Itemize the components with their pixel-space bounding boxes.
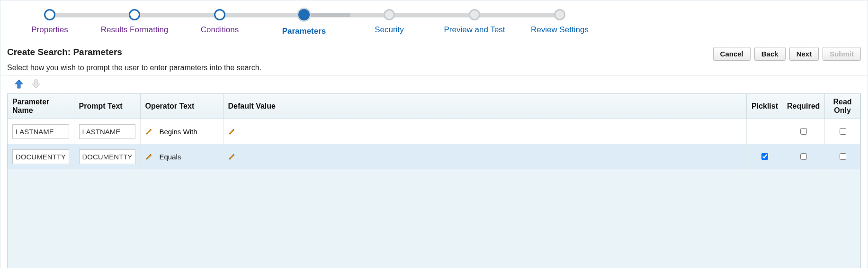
col-picklist[interactable]: Picklist — [747, 94, 782, 119]
table-header-row: Parameter Name Prompt Text Operator Text… — [8, 94, 860, 119]
required-checkbox[interactable] — [800, 128, 807, 135]
cancel-button[interactable]: Cancel — [713, 47, 751, 61]
step-bubble — [44, 9, 55, 20]
next-button[interactable]: Next — [789, 47, 819, 61]
stepper-bar — [394, 13, 474, 18]
stepper-bar — [54, 13, 133, 18]
step-label: Security — [347, 25, 432, 35]
page-title: Create Search: Parameters — [7, 47, 122, 57]
readonly-checkbox[interactable] — [840, 153, 846, 160]
back-button[interactable]: Back — [754, 47, 786, 61]
stepper-bar — [224, 13, 304, 18]
step-bubble — [469, 9, 480, 20]
pencil-icon[interactable] — [228, 128, 236, 135]
picklist-checkbox[interactable] — [761, 153, 768, 160]
wizard-stepper: Properties Results Formatting Conditions… — [0, 9, 868, 42]
stepper-bar — [480, 13, 559, 18]
step-label: Review Settings — [517, 25, 602, 35]
step-label: Conditions — [177, 25, 262, 35]
step-bubble — [129, 9, 140, 20]
move-up-icon[interactable] — [15, 79, 23, 89]
operator-text-value: Equals — [160, 153, 181, 161]
table-row[interactable]: Equals — [8, 144, 860, 169]
pencil-icon[interactable] — [145, 128, 153, 135]
step-bubble — [384, 9, 395, 20]
step-label: Properties — [7, 25, 92, 35]
move-down-icon[interactable] — [32, 79, 40, 89]
col-operator-text[interactable]: Operator Text — [140, 94, 223, 119]
page-subtitle: Select how you wish to prompt the user t… — [0, 61, 868, 75]
stepper-bar — [350, 13, 388, 18]
col-read-only[interactable]: Read Only — [825, 94, 860, 119]
action-buttons: Cancel Back Next Submit — [713, 47, 861, 61]
operator-text-value: Begins With — [160, 128, 197, 136]
pencil-icon[interactable] — [228, 153, 236, 160]
step-bubble — [297, 8, 311, 22]
step-label: Parameters — [261, 27, 347, 36]
step-label: Preview and Test — [432, 25, 517, 35]
col-required[interactable]: Required — [782, 94, 825, 119]
parameter-name-input[interactable] — [12, 124, 69, 139]
grid-filler — [8, 169, 860, 268]
readonly-checkbox[interactable] — [840, 128, 846, 135]
table-row[interactable]: Begins With — [8, 119, 860, 144]
submit-button: Submit — [823, 47, 861, 61]
prompt-text-input[interactable] — [79, 149, 135, 164]
required-checkbox[interactable] — [800, 153, 807, 160]
step-bubble — [554, 9, 565, 20]
parameters-grid: Parameter Name Prompt Text Operator Text… — [7, 93, 861, 268]
col-prompt-text[interactable]: Prompt Text — [74, 94, 140, 119]
stepper-bar-progress — [310, 13, 350, 18]
col-parameter-name[interactable]: Parameter Name — [8, 94, 74, 119]
parameter-name-input[interactable] — [12, 149, 69, 164]
col-default-value[interactable]: Default Value — [223, 94, 747, 119]
prompt-text-input[interactable] — [79, 124, 135, 139]
step-bubble — [214, 9, 225, 20]
step-label: Results Formatting — [92, 25, 177, 35]
stepper-bar — [139, 13, 219, 18]
pencil-icon[interactable] — [145, 153, 153, 160]
